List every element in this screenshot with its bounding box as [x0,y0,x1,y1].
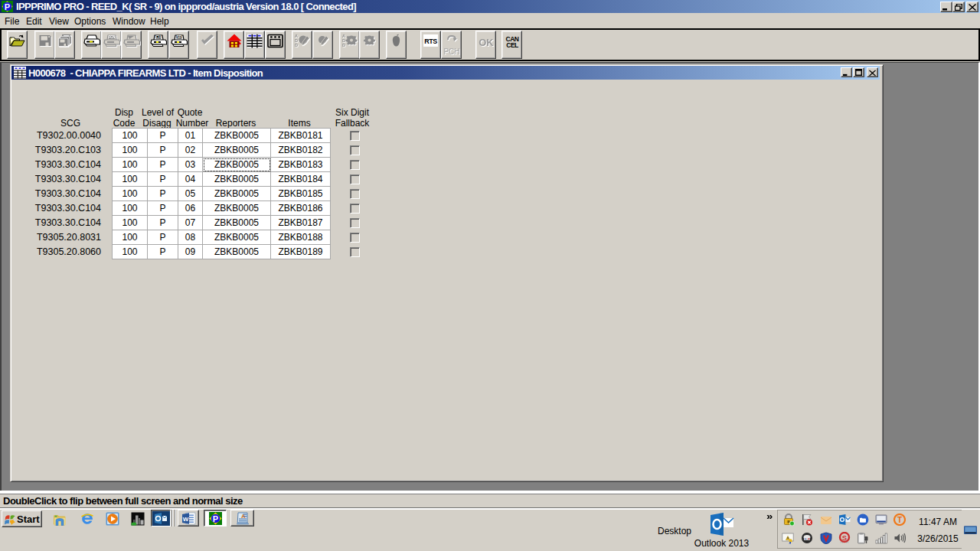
svg-text:S: S [842,533,847,542]
svg-text:OK: OK [479,37,494,48]
svg-text:D: D [342,43,345,47]
svg-text:W: W [183,516,189,523]
svg-text:P: P [213,514,218,523]
svg-text:CEL: CEL [506,41,518,49]
svg-text:P: P [5,2,10,11]
svg-text:RTS: RTS [424,37,437,45]
svg-text:CH: CH [155,35,161,39]
svg-text:SR: SR [176,35,181,39]
svg-text:D: D [295,43,298,47]
svg-text:PCH: PCH [443,47,459,56]
svg-text:T: T [897,516,902,524]
svg-text:FCN: FCN [108,35,115,39]
